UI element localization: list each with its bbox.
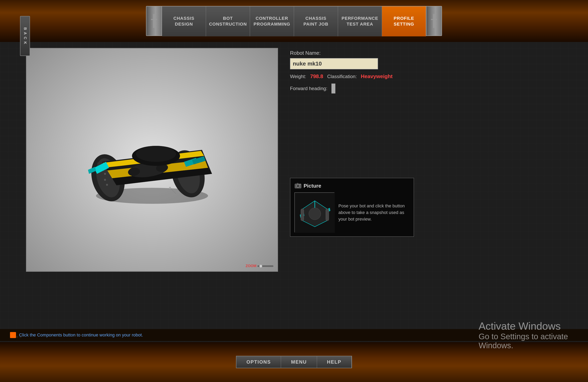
- svg-point-23: [136, 146, 176, 162]
- heading-indicator[interactable]: [331, 83, 336, 94]
- back-label: B A C K: [23, 27, 27, 45]
- svg-rect-0: [153, 14, 155, 28]
- bottom-nav-options[interactable]: OPTIONS: [236, 356, 281, 368]
- classification-value: Heavyweight: [361, 73, 393, 79]
- camera-icon: [294, 182, 302, 190]
- tab-profile-setting[interactable]: PROFILESETTING: [382, 6, 426, 36]
- picture-header: Picture: [294, 182, 410, 190]
- svg-point-18: [106, 184, 108, 186]
- picture-description: Pose your bot and click the button above…: [338, 203, 410, 222]
- picture-preview: [294, 192, 335, 232]
- bottom-nav-menu[interactable]: MENU: [281, 356, 317, 368]
- svg-point-34: [300, 184, 300, 185]
- tab-performance-test-area[interactable]: PERFORMANCETEST AREA: [338, 6, 382, 36]
- robot-preview: [72, 110, 232, 210]
- activate-windows: Activate Windows Go to Settings to activ…: [479, 320, 568, 350]
- svg-point-29: [169, 187, 171, 189]
- zoom-control[interactable]: ZOOM: [246, 264, 273, 268]
- preview-thumbnail: [295, 193, 335, 233]
- tab-chassis-paint-job[interactable]: CHASSISPAINT JOB: [294, 6, 338, 36]
- back-button[interactable]: B A C K: [20, 16, 30, 56]
- weight-value: 798.8: [310, 73, 323, 79]
- robot-name-label: Robot Name:: [290, 50, 393, 56]
- zoom-thumb: [259, 265, 262, 267]
- svg-rect-3: [431, 19, 437, 20]
- robot-name-section: Robot Name: Weight: 798.8 Classification…: [290, 50, 393, 94]
- activate-subtitle: Go to Settings to activateWindows.: [479, 332, 568, 350]
- zoom-slider[interactable]: [257, 265, 273, 267]
- activate-title: Activate Windows: [479, 320, 568, 332]
- svg-point-16: [104, 173, 106, 175]
- tab-chassis-design[interactable]: CHASSIS DESIGN: [162, 6, 206, 36]
- tab-controller-programming[interactable]: CONTROLLERPROGRAMMING: [250, 6, 294, 36]
- heading-label: Forward heading:: [290, 86, 327, 91]
- viewport-inner: ZOOM: [27, 49, 277, 271]
- classification-label: Classification:: [327, 74, 357, 79]
- svg-rect-41: [301, 209, 304, 221]
- bottom-nav-help[interactable]: HELP: [317, 356, 352, 368]
- nav-tabs: CHASSIS DESIGN BOTCONSTRUCTION CONTROLLE…: [162, 6, 426, 36]
- svg-point-32: [297, 185, 299, 187]
- heading-section: Forward heading:: [290, 83, 393, 94]
- svg-point-37: [309, 208, 321, 220]
- svg-rect-2: [433, 14, 435, 28]
- svg-rect-42: [326, 209, 329, 221]
- zoom-label: ZOOM: [246, 264, 256, 268]
- picture-label: Picture: [304, 183, 321, 189]
- tab-bot-construction[interactable]: BOTCONSTRUCTION: [206, 6, 250, 36]
- weight-label: Weight:: [290, 74, 306, 79]
- status-text: Click the Components button to continue …: [19, 332, 143, 338]
- status-icon: [10, 332, 16, 338]
- picture-content: Pose your bot and click the button above…: [294, 192, 410, 232]
- robot-name-input[interactable]: [290, 58, 378, 69]
- nav-end-left: [146, 6, 162, 36]
- nav-container: CHASSIS DESIGN BOTCONSTRUCTION CONTROLLE…: [146, 6, 442, 36]
- nav-end-right: [426, 6, 442, 36]
- main-content: ZOOM Robot Name: Weight: 798.8 Classific…: [0, 42, 588, 362]
- svg-rect-33: [297, 183, 298, 184]
- right-panel: Robot Name: Weight: 798.8 Classification…: [286, 42, 586, 362]
- weight-section: Weight: 798.8 Classification: Heavyweigh…: [290, 73, 393, 79]
- picture-section: Picture: [290, 178, 414, 237]
- viewport-container[interactable]: ZOOM: [26, 48, 278, 272]
- svg-point-17: [104, 179, 106, 181]
- svg-rect-1: [151, 19, 157, 20]
- bottom-nav: OPTIONS MENU HELP: [236, 356, 352, 368]
